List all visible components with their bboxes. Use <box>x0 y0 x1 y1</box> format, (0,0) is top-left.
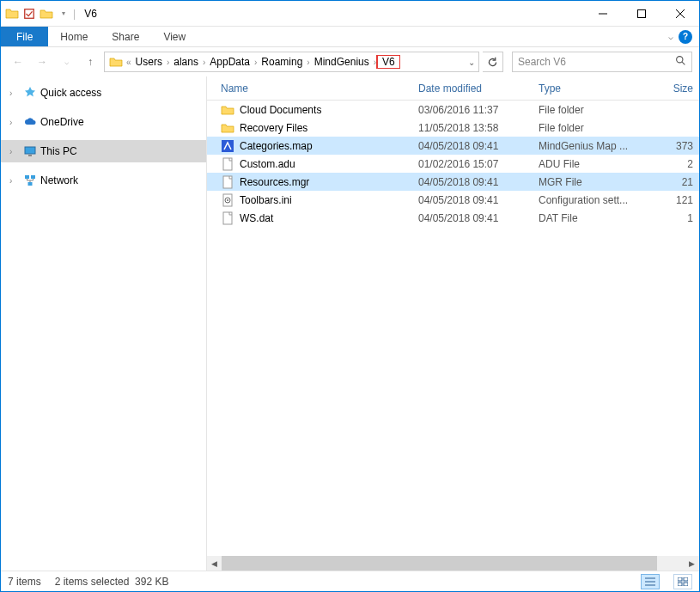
status-selected-size: 392 KB <box>135 576 168 588</box>
folder-small-icon[interactable] <box>39 6 54 21</box>
chevron-right-icon[interactable]: › <box>9 118 20 127</box>
svg-rect-14 <box>223 176 232 188</box>
search-input[interactable]: Search V6 <box>512 52 692 72</box>
breadcrumb-v6[interactable]: V6 <box>377 55 400 69</box>
chevron-right-icon[interactable]: › <box>9 147 20 156</box>
scroll-right-button[interactable]: ▶ <box>685 556 699 571</box>
breadcrumb-users[interactable]: Users <box>132 56 166 68</box>
svg-rect-11 <box>28 182 33 186</box>
ini-icon <box>221 193 234 207</box>
file-size: 373 <box>642 140 693 152</box>
svg-rect-23 <box>684 577 688 581</box>
file-type: MGR File <box>539 176 642 188</box>
file-date: 04/05/2018 09:41 <box>418 194 539 206</box>
column-name[interactable]: Name <box>221 82 418 95</box>
svg-rect-2 <box>637 9 645 17</box>
search-placeholder: Search V6 <box>518 56 566 68</box>
ribbon-view-tab[interactable]: View <box>151 27 198 46</box>
network-icon <box>23 174 37 187</box>
file-date: 04/05/2018 09:41 <box>418 140 539 152</box>
svg-rect-13 <box>223 158 232 170</box>
breadcrumb-mindgenius[interactable]: MindGenius <box>311 56 373 68</box>
file-type: File folder <box>539 104 642 116</box>
breadcrumb-roaming[interactable]: Roaming <box>258 56 306 68</box>
svg-rect-25 <box>684 583 688 586</box>
file-row[interactable]: Cloud Documents03/06/2016 11:37File fold… <box>207 101 699 119</box>
file-date: 11/05/2018 13:58 <box>418 122 539 134</box>
address-bar[interactable]: « Users›alans›AppData›Roaming›MindGenius… <box>104 52 479 72</box>
file-type: MindGenius Map ... <box>539 140 642 152</box>
breadcrumb-appdata[interactable]: AppData <box>206 56 253 68</box>
svg-rect-8 <box>28 155 32 156</box>
file-row[interactable]: Toolbars.ini04/05/2018 09:41Configuratio… <box>207 191 699 209</box>
status-selected-count: 2 items selected <box>55 576 130 588</box>
star-icon <box>23 86 37 100</box>
chevron-right-icon[interactable]: › <box>9 176 20 186</box>
file-size: 121 <box>642 194 693 206</box>
column-date[interactable]: Date modified <box>418 82 539 95</box>
file-row[interactable]: Recovery Files11/05/2018 13:58File folde… <box>207 119 699 137</box>
maximize-button[interactable] <box>622 1 660 27</box>
file-size: 1 <box>642 212 693 224</box>
qat-dropdown-icon[interactable]: ▾ <box>56 6 71 21</box>
tree-item-onedrive[interactable]: ›OneDrive <box>1 111 206 133</box>
up-button[interactable]: ↑ <box>80 52 100 72</box>
crumb-overflow[interactable]: « <box>125 58 132 67</box>
file-name: Custom.adu <box>240 158 295 170</box>
svg-line-6 <box>682 62 685 64</box>
tree-label: Quick access <box>40 87 101 99</box>
help-icon[interactable]: ? <box>679 30 692 44</box>
ribbon-share-tab[interactable]: Share <box>100 27 151 46</box>
tree-item-network[interactable]: ›Network <box>1 169 206 192</box>
recent-dropdown[interactable]: ⌵ <box>56 52 76 72</box>
file-date: 01/02/2016 15:07 <box>418 158 539 170</box>
svg-rect-22 <box>678 577 682 581</box>
file-name: WS.dat <box>240 212 273 224</box>
folder-icon <box>4 6 20 21</box>
file-row[interactable]: Custom.adu01/02/2016 15:07ADU File2 <box>207 155 699 173</box>
scroll-left-button[interactable]: ◀ <box>207 556 222 571</box>
back-button[interactable]: ← <box>8 52 28 72</box>
file-row[interactable]: Categories.map04/05/2018 09:41MindGenius… <box>207 137 699 155</box>
refresh-button[interactable] <box>483 52 503 72</box>
properties-icon[interactable] <box>21 6 37 21</box>
file-type: ADU File <box>539 158 642 170</box>
ribbon-file-tab[interactable]: File <box>1 27 48 46</box>
file-name: Categories.map <box>240 140 313 152</box>
file-icon <box>221 157 234 171</box>
column-size[interactable]: Size <box>642 82 693 95</box>
file-name: Resources.mgr <box>240 176 309 188</box>
scrollbar-thumb[interactable] <box>222 556 657 571</box>
details-view-button[interactable] <box>641 574 660 589</box>
file-icon <box>221 211 234 225</box>
ribbon-expand-icon[interactable]: ⌵ <box>668 32 673 41</box>
ribbon-home-tab[interactable]: Home <box>48 27 100 46</box>
file-size: 21 <box>642 176 693 188</box>
tree-item-this-pc[interactable]: ›This PC <box>1 140 206 162</box>
close-button[interactable] <box>660 1 699 27</box>
file-icon <box>221 175 234 189</box>
horizontal-scrollbar[interactable]: ◀ ▶ <box>207 556 699 571</box>
column-type[interactable]: Type <box>539 82 642 95</box>
monitor-icon <box>23 144 37 158</box>
file-name: Cloud Documents <box>240 104 321 116</box>
breadcrumb-alans[interactable]: alans <box>170 56 202 68</box>
forward-button[interactable]: → <box>32 52 52 72</box>
folder-icon <box>221 103 234 117</box>
file-type: Configuration sett... <box>539 194 642 206</box>
chevron-right-icon[interactable]: › <box>9 88 20 98</box>
file-type: DAT File <box>539 212 642 224</box>
file-row[interactable]: WS.dat04/05/2018 09:41DAT File1 <box>207 209 699 227</box>
folder-icon <box>221 121 234 135</box>
minimize-button[interactable] <box>583 1 622 27</box>
svg-point-17 <box>227 199 228 201</box>
address-dropdown-icon[interactable]: ⌄ <box>465 58 478 67</box>
svg-rect-24 <box>678 583 682 586</box>
column-headers[interactable]: Name Date modified Type Size <box>207 76 699 101</box>
thumbnails-view-button[interactable] <box>673 574 692 589</box>
tree-item-quick-access[interactable]: ›Quick access <box>1 82 206 104</box>
svg-rect-10 <box>31 175 35 179</box>
file-row[interactable]: Resources.mgr04/05/2018 09:41MGR File21 <box>207 173 699 191</box>
svg-point-5 <box>677 57 683 63</box>
svg-rect-18 <box>223 212 232 224</box>
